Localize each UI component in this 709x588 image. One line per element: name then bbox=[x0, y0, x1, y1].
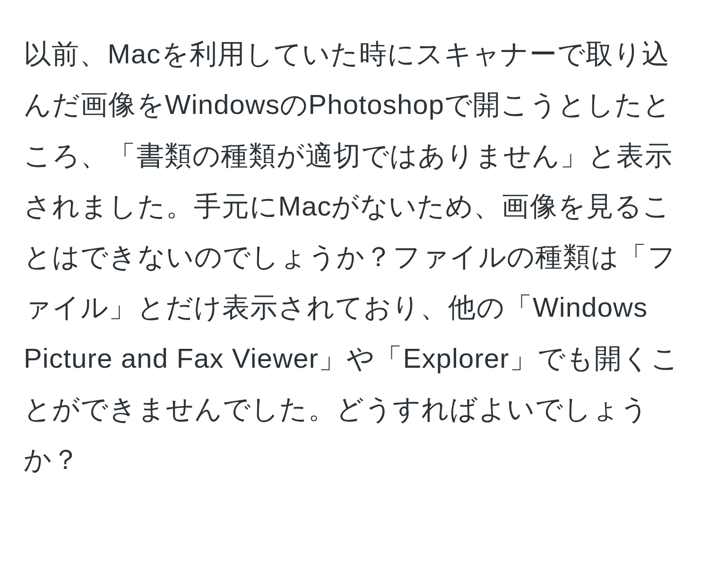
document-body: 以前、Macを利用していた時にスキャナーで取り込んだ画像をWindowsのPho… bbox=[24, 28, 685, 485]
body-text: 以前、Macを利用していた時にスキャナーで取り込んだ画像をWindowsのPho… bbox=[24, 38, 679, 475]
